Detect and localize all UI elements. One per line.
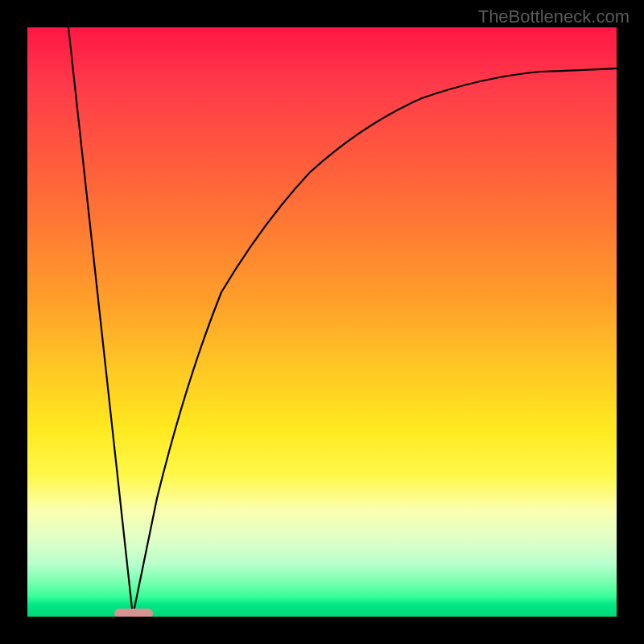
left-line-segment — [68, 27, 133, 616]
right-curve-segment — [133, 68, 617, 616]
watermark-label: TheBottleneck.com — [478, 6, 630, 27]
chart-plot-area — [27, 27, 617, 617]
chart-curves — [27, 27, 617, 617]
optimum-marker — [114, 609, 153, 617]
